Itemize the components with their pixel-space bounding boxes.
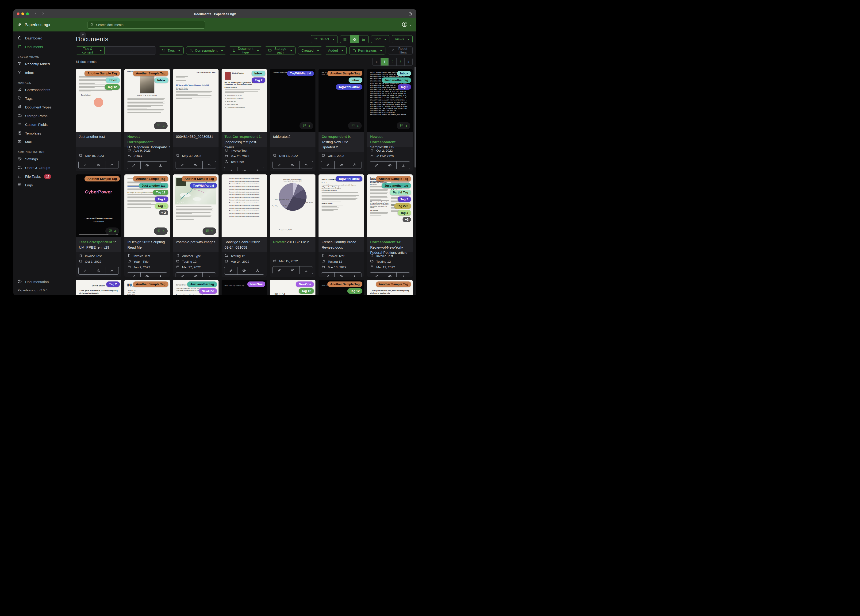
comment-count-badge[interactable]: 1: [348, 122, 362, 129]
view-button[interactable]: [286, 266, 300, 274]
download-button[interactable]: [154, 161, 167, 169]
sidebar-item-mail[interactable]: Mail: [13, 138, 72, 146]
tag-pill-newone[interactable]: NewOne: [199, 288, 217, 294]
document-card[interactable]: Test Name123-456-7890January 2, 2022July…: [124, 280, 170, 295]
tag-pill-tagwithpartial[interactable]: TagWithPartial: [287, 71, 314, 76]
card-correspondent[interactable]: Test Correspondent 1: [79, 240, 115, 244]
tag-pill-another-sample-tag[interactable]: Another Sample Tag: [85, 176, 119, 181]
tag-pill-tag-12[interactable]: Tag 12: [299, 288, 314, 294]
sidebar-item-documentation[interactable]: Documentation: [13, 278, 72, 286]
card-correspondent[interactable]: Private: [273, 240, 285, 244]
view-detail-button[interactable]: [359, 35, 369, 43]
document-thumbnail[interactable]: Serial Number,Company Name,Employe…97881…: [367, 69, 413, 132]
pagination-page-2[interactable]: 2: [388, 58, 396, 66]
pagination-page-3[interactable]: 3: [396, 58, 405, 66]
document-thumbnail[interactable]: This is a test for the double space char…: [221, 174, 267, 237]
comment-count-badge[interactable]: 1: [300, 122, 313, 129]
pagination-page-1[interactable]: 1: [380, 58, 388, 66]
tag-pill-another-sample-tag[interactable]: Another Sample Tag: [133, 176, 168, 181]
tag-pill-tag-12[interactable]: Tag 12: [153, 190, 168, 195]
card-title[interactable]: Correspondent 14: Review-of-New-York-Fed…: [367, 237, 413, 252]
sidebar-item-tags[interactable]: Tags: [13, 94, 72, 103]
tag-pill-just-another-tag[interactable]: Just another tag: [381, 77, 411, 83]
sidebar-item-templates[interactable]: Templates: [13, 129, 72, 138]
edit-button[interactable]: [127, 272, 141, 277]
sidebar-item-documents[interactable]: Documents: [13, 42, 72, 51]
view-button[interactable]: [383, 161, 397, 169]
document-thumbnail[interactable]: CyberPowerPowerPanel® Business EditionUs…: [76, 174, 121, 237]
document-card[interactable]: Boundary Waters TripGoogle EarthAnother …: [173, 174, 218, 277]
card-title[interactable]: Private: 2011 BP Pie 2: [270, 237, 315, 252]
sidebar-collapse-button[interactable]: [80, 32, 86, 38]
comment-count-badge[interactable]: 1: [202, 228, 216, 235]
document-thumbnail[interactable]: Review ofof Arbitral AwardsCertainty of …: [367, 174, 413, 237]
search-input[interactable]: [96, 23, 202, 27]
card-title[interactable]: Newest Correspondent: Sample100.csv: [367, 132, 413, 147]
pagination-last[interactable]: »: [405, 58, 413, 66]
views-button[interactable]: Views: [392, 35, 413, 43]
tag-pill-newone[interactable]: NewOne: [247, 281, 265, 287]
document-thumbnail[interactable]: Country,Region/State,“…TagWithPartial1: [270, 69, 315, 132]
view-button[interactable]: [286, 161, 300, 169]
download-button[interactable]: [105, 267, 119, 275]
document-card[interactable]: Lorem ipsumLorem ipsum dolor sit amet, c…: [367, 280, 413, 295]
comment-count-badge[interactable]: 6: [154, 228, 168, 235]
tag-pill-another-sample-tag[interactable]: Another Sample Tag: [133, 71, 168, 76]
tag-pill-tag-3[interactable]: Tag 3: [398, 210, 411, 215]
document-card[interactable]: French Country BreadFor the Leaven1 heap…: [319, 174, 364, 277]
card-correspondent[interactable]: Test Correspondent 1: [224, 135, 261, 138]
edit-button[interactable]: [78, 161, 92, 169]
document-thumbnail[interactable]: Adobe Acrobat PDF FilesCupcake ipsumAnot…: [76, 69, 121, 132]
document-thumbnail[interactable]: Lorem ipsumLorem ipsum dolor sit amet, c…: [76, 280, 121, 295]
comment-count-badge[interactable]: 2: [154, 122, 168, 129]
download-button[interactable]: [105, 161, 119, 169]
view-button[interactable]: [92, 161, 105, 169]
sort-button[interactable]: Sort: [371, 35, 389, 43]
tag-pill-tag-3[interactable]: Tag 3: [155, 203, 168, 209]
filter-permissions-button[interactable]: Permissions: [349, 47, 385, 55]
tag-pill-tag-2[interactable]: Tag 2: [252, 77, 265, 83]
document-card[interactable]: The SATPracticeTest #1Make time to take …: [270, 280, 315, 295]
document-thumbnail[interactable]: InDesign Scripting DocumentationAnother …: [124, 174, 170, 237]
tag-pill-inbox[interactable]: Inbox: [348, 77, 363, 83]
tag-pill-tag-2[interactable]: Tag 2: [398, 196, 411, 202]
tag-pill-another-sample-tag[interactable]: Another Sample Tag: [327, 71, 363, 76]
sidebar-item-custom-fields[interactable]: Custom Fields: [13, 120, 72, 129]
card-correspondent[interactable]: Newest Correspondent: [127, 135, 153, 144]
tag-pill-newone[interactable]: NewOne: [296, 281, 314, 287]
view-button[interactable]: [140, 161, 154, 169]
document-card[interactable]: CyberPowerPowerPanel® Business EditionUs…: [76, 174, 121, 277]
filter-correspondent-button[interactable]: Correspondent: [186, 47, 226, 55]
view-button[interactable]: [334, 272, 348, 277]
filter-storage-path-button[interactable]: Storage path: [265, 47, 295, 55]
tag-pill-another-sample-tag[interactable]: Another Sample Tag: [376, 176, 411, 181]
edit-button[interactable]: [78, 267, 92, 275]
document-card[interactable]: Contact Sheet DemoGiven a set of image f…: [173, 280, 218, 295]
tag-pill-tagwithpartial[interactable]: TagWithPartial: [336, 176, 363, 181]
document-thumbnail[interactable]: Boundary Waters TripGoogle EarthAnother …: [173, 174, 218, 237]
tag-pill-another-sample-tag[interactable]: Another Sample Tag: [133, 281, 168, 287]
card-title[interactable]: Sonstige ScanPC2022 03-24_081058: [221, 237, 267, 252]
tag-pill-tag-12[interactable]: Tag 12: [105, 84, 120, 90]
card-title[interactable]: Newest Correspondent: H7_Napoleon_Bonapa…: [124, 132, 170, 147]
document-thumbnail[interactable]: Francja pod r…NAPOLEON BONAPARTEAnother …: [124, 69, 170, 132]
card-title[interactable]: InDesign 2022 Scripting Read Me: [124, 237, 170, 252]
sidebar-item-storage-paths[interactable]: Storage Paths: [13, 112, 72, 120]
card-correspondent[interactable]: Correspondent 14: [370, 240, 400, 244]
document-card[interactable]: This is a test…Another Sample TagTag 12: [319, 280, 364, 295]
tag-pill-tagwithpartial[interactable]: TagWithPartial: [190, 183, 217, 188]
document-thumbnail[interactable]: The SATPracticeTest #1Make time to take …: [270, 280, 315, 295]
sidebar-item-file-tasks[interactable]: File Tasks16: [13, 172, 72, 181]
tag-pill-inbox[interactable]: Inbox: [106, 77, 120, 83]
comment-count-badge[interactable]: 1: [397, 122, 410, 129]
document-thumbnail[interactable]: Lorem ipsumLorem ipsum dolor sit amet, c…: [367, 280, 413, 295]
tag-pill-tag-2[interactable]: Tag 2: [398, 84, 411, 90]
edit-button[interactable]: [370, 161, 383, 169]
document-card[interactable]: one,1.0five,5.0Another Sample TagInboxTa…: [319, 69, 364, 171]
edit-button[interactable]: [321, 161, 335, 169]
tag-pill-tag-222[interactable]: Tag 222: [394, 203, 411, 209]
filter-document-type-button[interactable]: Document type: [229, 47, 262, 55]
card-correspondent[interactable]: Correspondent 9: [322, 135, 350, 138]
document-thumbnail[interactable]: Contact Sheet DemoGiven a set of image f…: [173, 280, 218, 295]
tag-pill-tag-12[interactable]: Tag 12: [347, 288, 363, 294]
